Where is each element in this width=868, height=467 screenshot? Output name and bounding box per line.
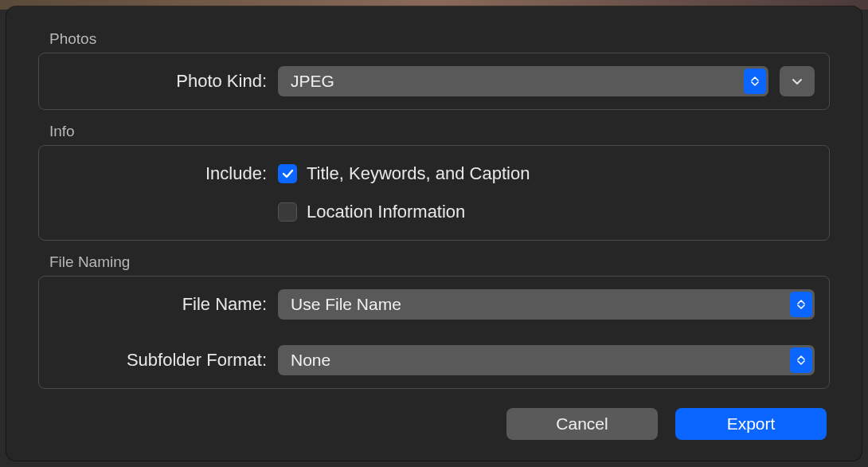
file-name-select[interactable]: Use File Name xyxy=(278,289,815,320)
photos-group: Photo Kind: JPEG xyxy=(38,53,830,110)
updown-icon xyxy=(790,292,812,317)
updown-icon xyxy=(790,347,812,373)
title-keywords-caption-label: Title, Keywords, and Caption xyxy=(307,163,530,184)
subfolder-format-label: Subfolder Format: xyxy=(53,350,267,371)
info-group: Include: Title, Keywords, and Caption Lo… xyxy=(38,145,830,241)
subfolder-format-select[interactable]: None xyxy=(278,345,815,375)
title-keywords-caption-checkbox[interactable] xyxy=(278,164,297,183)
check-icon xyxy=(282,169,294,179)
export-button[interactable]: Export xyxy=(675,408,827,440)
export-dialog: Photos Photo Kind: JPEG Info Include: xyxy=(6,6,862,461)
file-naming-group: File Name: Use File Name Subfolder Forma… xyxy=(38,276,830,389)
include-label: Include: xyxy=(53,163,267,184)
photo-kind-select[interactable]: JPEG xyxy=(278,66,768,96)
file-name-label: File Name: xyxy=(53,294,267,315)
file-name-value: Use File Name xyxy=(291,295,401,314)
dialog-buttons: Cancel Export xyxy=(38,408,830,440)
updown-icon xyxy=(744,69,766,94)
disclosure-button[interactable] xyxy=(780,66,815,96)
photos-section-label: Photos xyxy=(49,30,830,48)
photo-kind-label: Photo Kind: xyxy=(53,71,267,92)
file-naming-section-label: File Naming xyxy=(49,253,830,271)
cancel-button[interactable]: Cancel xyxy=(506,408,658,440)
location-information-label: Location Information xyxy=(307,202,465,222)
chevron-down-icon xyxy=(792,78,803,85)
photo-kind-value: JPEG xyxy=(291,72,334,91)
info-section-label: Info xyxy=(49,123,830,140)
location-information-checkbox[interactable] xyxy=(278,202,297,222)
subfolder-format-value: None xyxy=(291,351,330,370)
